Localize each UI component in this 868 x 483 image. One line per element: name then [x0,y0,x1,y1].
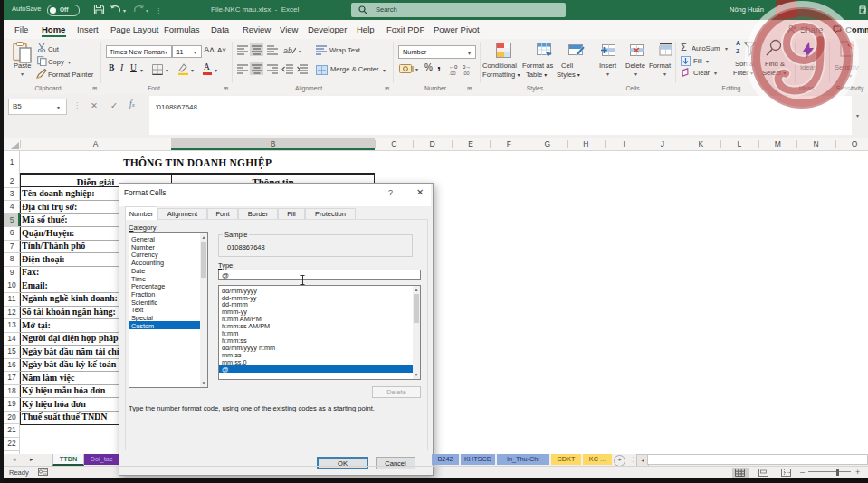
svg-text:ab: ab [283,46,292,55]
svg-text:0→: 0→ [463,64,471,70]
svg-text:.00: .00 [449,71,456,76]
svg-text:.00: .00 [463,71,470,76]
svg-text:←0: ←0 [449,64,458,70]
